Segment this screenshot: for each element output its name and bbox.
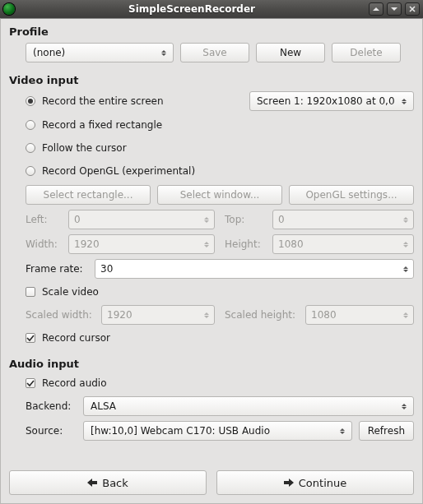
- arrow-left-icon: [87, 479, 97, 487]
- maximize-button[interactable]: [387, 2, 402, 16]
- save-button: Save: [180, 43, 249, 62]
- opengl-settings-button: OpenGL settings...: [289, 185, 414, 205]
- scaled-width-label: Scaled width:: [26, 309, 96, 321]
- profile-value: (none): [33, 47, 158, 58]
- scale-video-row: Scale video: [26, 284, 414, 300]
- updown-icon: [400, 312, 411, 318]
- height-value: 1080: [278, 238, 400, 250]
- updown-icon: [337, 428, 348, 434]
- height-spin: 1080: [272, 234, 414, 254]
- minimize-button[interactable]: [369, 2, 383, 16]
- check-label: Record audio: [42, 377, 107, 389]
- framerate-label: Frame rate:: [26, 263, 88, 275]
- footer-nav: Back Continue: [9, 470, 414, 495]
- width-label: Width:: [26, 238, 63, 250]
- radio-dot-icon: [26, 143, 35, 153]
- select-rectangle-button: Select rectangle...: [26, 185, 151, 205]
- backend-row: Backend: ALSA: [26, 396, 414, 416]
- width-spin: 1920: [68, 234, 215, 254]
- region-wh: Width: 1920 Height: 1080: [26, 234, 414, 254]
- check-label: Scale video: [42, 286, 99, 298]
- back-label: Back: [102, 477, 128, 489]
- radio-record-rect[interactable]: Record a fixed rectangle: [26, 116, 162, 134]
- backend-value: ALSA: [91, 400, 398, 412]
- back-button[interactable]: Back: [9, 470, 207, 495]
- app-icon: [3, 3, 15, 15]
- scaled-height-label: Scaled height:: [225, 309, 300, 321]
- updown-icon: [201, 242, 212, 247]
- scaled-width-spin: 1920: [101, 305, 215, 325]
- updown-icon: [158, 50, 170, 56]
- checkbox-icon: [26, 378, 35, 388]
- video-mode-row-2: Record a fixed rectangle: [26, 116, 414, 134]
- updown-icon: [400, 242, 411, 247]
- scaled-height-value: 1080: [311, 309, 400, 321]
- record-audio-row: Record audio: [26, 375, 414, 391]
- record-cursor-row: Record cursor: [26, 330, 414, 346]
- select-window-button: Select window...: [157, 185, 282, 205]
- radio-follow-cursor[interactable]: Follow the cursor: [26, 139, 127, 157]
- radio-record-entire[interactable]: Record the entire screen: [26, 92, 164, 110]
- framerate-row: Frame rate: 30: [26, 259, 414, 279]
- page-content: Profile (none) Save New Delete Video inp…: [0, 18, 423, 504]
- left-label: Left:: [26, 214, 63, 225]
- radio-label: Follow the cursor: [42, 142, 127, 154]
- arrow-right-icon: [284, 479, 294, 487]
- radio-dot-icon: [26, 96, 35, 106]
- updown-icon: [400, 217, 411, 223]
- screen-combo[interactable]: Screen 1: 1920x1080 at 0,0: [249, 91, 414, 111]
- source-row: Source: [hw:10,0] Webcam C170: USB Audio…: [26, 421, 414, 441]
- radio-dot-icon: [26, 166, 35, 176]
- scale-video-check[interactable]: Scale video: [26, 284, 99, 300]
- scaled-height-spin: 1080: [305, 305, 414, 325]
- radio-label: Record OpenGL (experimental): [42, 165, 195, 177]
- scaled-width-value: 1920: [107, 309, 201, 321]
- video-mode-row-3: Follow the cursor: [26, 139, 414, 157]
- left-spin: 0: [68, 210, 215, 229]
- width-value: 1920: [74, 238, 201, 250]
- left-value: 0: [74, 214, 201, 225]
- record-cursor-check[interactable]: Record cursor: [26, 330, 110, 346]
- checkbox-icon: [26, 333, 35, 343]
- check-label: Record cursor: [42, 332, 110, 344]
- window-titlebar: SimpleScreenRecorder: [0, 0, 423, 18]
- source-combo[interactable]: [hw:10,0] Webcam C170: USB Audio: [83, 421, 352, 441]
- record-audio-check[interactable]: Record audio: [26, 375, 107, 391]
- delete-button: Delete: [332, 43, 401, 62]
- new-button[interactable]: New: [256, 43, 325, 62]
- updown-icon: [398, 404, 410, 409]
- updown-icon: [201, 312, 212, 318]
- radio-label: Record the entire screen: [42, 95, 164, 107]
- updown-icon: [400, 266, 411, 272]
- profile-row: (none) Save New Delete: [26, 43, 414, 62]
- top-spin: 0: [272, 210, 414, 229]
- region-lefttop: Left: 0 Top: 0: [26, 210, 414, 229]
- profile-combo[interactable]: (none): [26, 43, 174, 62]
- framerate-spin[interactable]: 30: [95, 259, 414, 279]
- close-button[interactable]: [405, 2, 420, 16]
- video-mode-row-4: Record OpenGL (experimental): [26, 162, 414, 180]
- screen-value: Screen 1: 1920x1080 at 0,0: [257, 95, 398, 107]
- checkbox-icon: [26, 287, 35, 297]
- refresh-button[interactable]: Refresh: [359, 421, 414, 441]
- radio-dot-icon: [26, 120, 35, 130]
- continue-button[interactable]: Continue: [216, 470, 414, 495]
- video-heading: Video input: [9, 74, 414, 86]
- framerate-value: 30: [100, 263, 400, 275]
- audio-heading: Audio input: [9, 358, 414, 370]
- profile-heading: Profile: [9, 25, 414, 38]
- top-label: Top:: [225, 214, 267, 225]
- radio-label: Record a fixed rectangle: [42, 119, 162, 131]
- top-value: 0: [278, 214, 400, 225]
- window-title: SimpleScreenRecorder: [18, 3, 365, 15]
- source-value: [hw:10,0] Webcam C170: USB Audio: [91, 425, 337, 437]
- updown-icon: [398, 99, 410, 104]
- backend-combo[interactable]: ALSA: [83, 396, 414, 416]
- video-mode-row-1: Record the entire screen Screen 1: 1920x…: [26, 91, 414, 111]
- backend-label: Backend:: [26, 400, 77, 412]
- height-label: Height:: [225, 238, 267, 250]
- continue-label: Continue: [299, 477, 346, 489]
- region-buttons: Select rectangle... Select window... Ope…: [26, 185, 414, 205]
- radio-record-opengl[interactable]: Record OpenGL (experimental): [26, 162, 195, 180]
- scaled-wh: Scaled width: 1920 Scaled height: 1080: [26, 305, 414, 325]
